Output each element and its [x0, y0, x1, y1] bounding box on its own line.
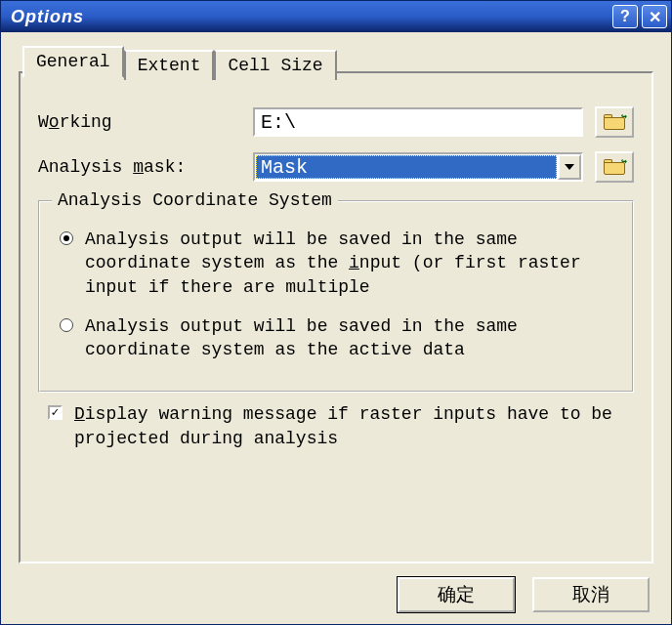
tab-extent[interactable]: Extent: [124, 50, 215, 80]
radio-same-as-input[interactable]: Analysis output will be saved in the sam…: [54, 228, 618, 299]
working-input[interactable]: [253, 107, 583, 137]
options-dialog: Options ? ✕ General Extent Cell Size Wor…: [0, 0, 672, 625]
titlebar: Options ? ✕: [1, 1, 671, 32]
dialog-button-row: 确定 取消: [19, 563, 653, 612]
mask-browse-button[interactable]: ↪: [595, 151, 634, 183]
radio-same-as-active[interactable]: Analysis output will be saved in the sam…: [54, 314, 618, 362]
chevron-down-icon: [565, 164, 574, 170]
radio-same-as-active-label: Analysis output will be saved in the sam…: [85, 314, 618, 362]
display-warning-label: Display warning message if raster inputs…: [74, 402, 634, 450]
close-button[interactable]: ✕: [642, 5, 667, 28]
window-title: Options: [11, 7, 612, 27]
display-warning-checkbox[interactable]: ✓ Display warning message if raster inpu…: [48, 402, 634, 450]
client-area: General Extent Cell Size Working ↪: [1, 32, 671, 624]
radio-same-as-input-label: Analysis output will be saved in the sam…: [85, 228, 618, 299]
analysis-mask-row: Analysis mask: Mask ↪: [38, 151, 634, 183]
analysis-mask-combo[interactable]: Mask: [253, 152, 583, 182]
working-label: Working: [38, 112, 253, 132]
tab-panel: General Extent Cell Size Working ↪: [19, 71, 653, 563]
combo-dropdown-button[interactable]: [558, 154, 581, 180]
coordinate-system-title: Analysis Coordinate System: [52, 190, 338, 210]
coordinate-system-group: Analysis Coordinate System Analysis outp…: [38, 200, 634, 393]
radio-icon: [60, 231, 73, 245]
radio-icon: [60, 318, 73, 332]
working-row: Working ↪: [38, 106, 634, 138]
analysis-mask-label: Analysis mask:: [38, 157, 253, 177]
folder-open-icon: ↪: [604, 159, 625, 175]
tab-general[interactable]: General: [22, 46, 124, 78]
help-button[interactable]: ?: [612, 5, 638, 28]
analysis-mask-value: Mask: [256, 155, 557, 179]
working-browse-button[interactable]: ↪: [595, 106, 634, 138]
tab-strip: General Extent Cell Size: [22, 48, 337, 78]
folder-open-icon: ↪: [604, 114, 625, 130]
ok-button[interactable]: 确定: [398, 577, 515, 612]
cancel-button[interactable]: 取消: [532, 577, 650, 612]
checkbox-icon: ✓: [48, 405, 63, 420]
titlebar-buttons: ? ✕: [612, 5, 667, 28]
tab-cell-size[interactable]: Cell Size: [214, 50, 336, 80]
